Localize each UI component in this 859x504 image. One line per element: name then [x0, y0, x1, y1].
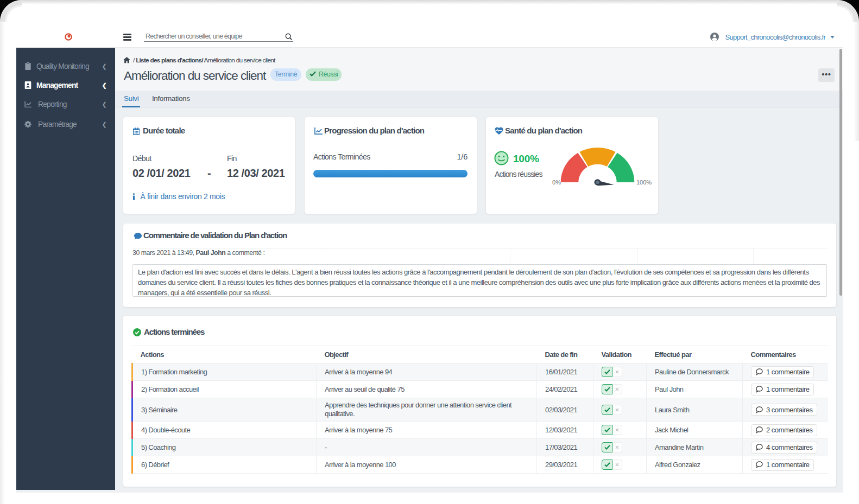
- svg-text:100%: 100%: [636, 179, 652, 186]
- svg-text:0%: 0%: [552, 179, 561, 186]
